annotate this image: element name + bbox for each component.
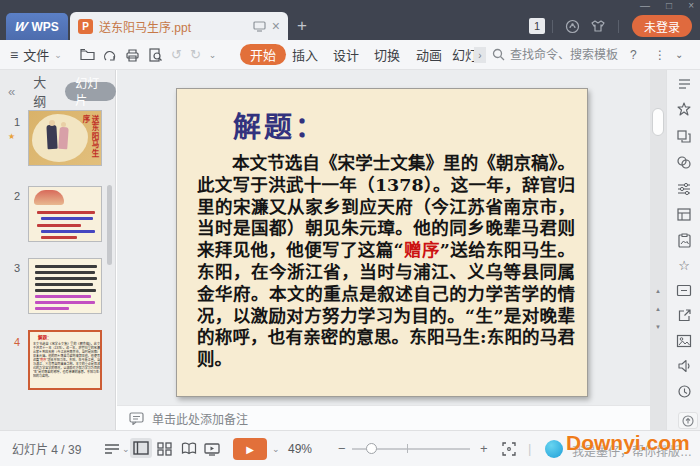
panel-scrollbar-thumb[interactable] [107,185,112,265]
slide-thumbnail-1[interactable]: 送东阳马生序 [28,110,102,166]
mini-slide-title: 解题： [38,334,102,341]
clipboard-image-icon[interactable] [677,233,692,248]
wps-tab-label: WPS [31,20,58,34]
command-search[interactable] [492,40,632,69]
normal-view-button[interactable] [130,438,152,458]
play-options-caret[interactable]: ⌄ [272,431,280,466]
document-tab[interactable]: P 送东阳马生序.ppt × [70,12,288,40]
image-icon[interactable] [676,334,692,348]
document-count-badge[interactable]: 1 [529,18,545,34]
quick-access-toolbar: ↺ ↻ ⌄ [80,40,216,69]
slide4-mini-content: 解题： 本文节选自《宋学士文集》里的《朝京稿》。此文写于洪武十一年（1378）。… [33,334,102,388]
task-list-icon[interactable] [677,76,692,91]
slide-canvas[interactable]: 解题： 本文节选自《宋学士文集》里的《朝京稿》。此文写于洪武十一年（1378）。… [176,88,588,397]
notes-lines-icon [104,443,120,455]
window-minimize-button[interactable]: — [640,0,650,12]
next-slide-icon[interactable]: ▼ [650,324,666,331]
expand-panel-button[interactable] [678,412,698,429]
slide-title[interactable]: 解题： [233,105,326,145]
bell-icon[interactable] [565,19,580,34]
play-icon: ▶ [246,444,254,455]
share-icon[interactable] [677,308,692,323]
login-button[interactable]: 未登录 [632,15,692,37]
reading-view-button[interactable] [181,431,197,466]
body-text-highlight: 赠序 [404,240,440,260]
zoom-out-button[interactable]: − [338,431,346,466]
slide1-vertical-title: 送东阳马生序 [81,115,99,165]
slide-number: 3 [6,262,20,274]
favorites-star-icon[interactable]: ☆ [678,259,690,273]
assistant-avatar[interactable] [545,440,563,458]
command-search-input[interactable] [510,48,632,62]
tab-transitions[interactable]: 切换 [374,40,400,69]
figure-head [61,122,66,127]
tab-animation[interactable]: 动画 [416,40,442,69]
slide-body-text[interactable]: 本文节选自《宋学士文集》里的《朝京稿》。此文写于洪武十一年（1378）。这一年，… [197,153,575,371]
previous-slide-icon[interactable]: ▲ [650,306,666,313]
titlebar-divider [618,20,619,33]
zoom-in-button[interactable]: + [480,431,488,466]
smart-effects-icon[interactable] [676,102,692,118]
slide-thumbnail-panel: « 大纲 幻灯片 1 ★ 送东阳马生序 2 3 [0,70,116,430]
properties-sliders-icon[interactable] [676,181,692,196]
print-icon[interactable] [125,48,140,62]
slide-thumbnail-4-selected[interactable]: 解题： 本文节选自《宋学士文集》里的《朝京稿》。此文写于洪武十一年（1378）。… [28,330,102,390]
new-tab-button[interactable]: + [297,16,307,36]
play-slideshow-button[interactable]: ▶ [233,438,267,460]
tab-home[interactable]: 开始 [240,44,286,65]
chevron-down-icon: ⌄ [122,444,130,454]
file-menu-label: 文件 [23,45,49,64]
fit-to-window-button[interactable] [502,431,516,466]
right-tool-panel: ☆ [666,70,700,430]
zoom-slider-handle[interactable] [366,443,377,454]
ribbon-bar: ≡ 文件 ⌄ ↺ ↻ ⌄ 开始 插入 设计 切换 动画 幻灯片 › [0,40,700,70]
selection-pane-icon[interactable] [676,207,692,222]
ribbon-more-button[interactable]: ⋮ [654,40,666,69]
animation-pane-icon[interactable] [676,129,692,144]
zoom-slider-tick [407,444,408,453]
vertical-scrollbar[interactable]: ▲ ▲ ▼ [650,70,666,430]
tab-outline[interactable]: 大纲 [33,72,55,110]
save-icon[interactable] [80,48,95,61]
pin-tab-icon[interactable] [253,21,266,32]
figure-dark-robe [46,125,57,149]
slide-thumbnail-3[interactable] [28,258,102,314]
window-maximize-button[interactable]: □ [666,0,672,12]
scroll-down-icon[interactable]: ▲ [650,288,666,295]
wps-logo-icon: W [14,19,29,34]
tab-design[interactable]: 设计 [333,40,359,69]
slide-sorter-view-button[interactable] [157,431,172,466]
slideshow-setup-button[interactable] [204,431,220,466]
qat-more-icon[interactable]: ⌄ [209,50,217,60]
fan-image [34,190,64,205]
text-box-icon[interactable] [676,284,692,297]
collapse-panel-icon[interactable]: « [8,84,15,99]
close-tab-icon[interactable]: × [272,19,280,33]
tab-insert[interactable]: 插入 [292,40,318,69]
scrollbar-thumb[interactable] [652,108,664,136]
file-menu-button[interactable]: ≡ 文件 ⌄ [10,40,62,69]
sorter-view-icon [157,442,172,456]
audio-speaker-icon[interactable] [677,359,692,373]
slide-thumbnail-2[interactable] [28,186,102,242]
help-button[interactable]: ? [630,40,637,69]
notes-bar[interactable]: 单击此处添加备注 [117,405,650,430]
chevron-right-icon: › [478,50,481,61]
ribbon-tab-scroll-button[interactable]: › [474,47,486,63]
wps-home-tab[interactable]: W WPS [6,13,68,40]
redo-icon[interactable]: ↻ [190,47,201,62]
zoom-level[interactable]: 49% [288,431,312,466]
statusbar-divider: | [528,431,531,466]
history-clock-icon[interactable] [677,384,692,399]
tab-slides[interactable]: 幻灯片 [65,82,116,101]
shapes-icon[interactable] [676,155,692,170]
print-preview-icon[interactable] [148,48,163,62]
undo-icon[interactable]: ↺ [171,47,182,62]
window-close-button[interactable]: × [688,0,694,12]
notes-toggle-button[interactable]: ⌄ [104,431,130,466]
skin-theme-icon[interactable] [590,19,606,33]
titlebar-divider [552,20,553,33]
collapse-ribbon-button[interactable]: ⌄ [675,40,683,69]
export-pdf-icon[interactable] [103,48,117,62]
figure-head [49,120,55,126]
